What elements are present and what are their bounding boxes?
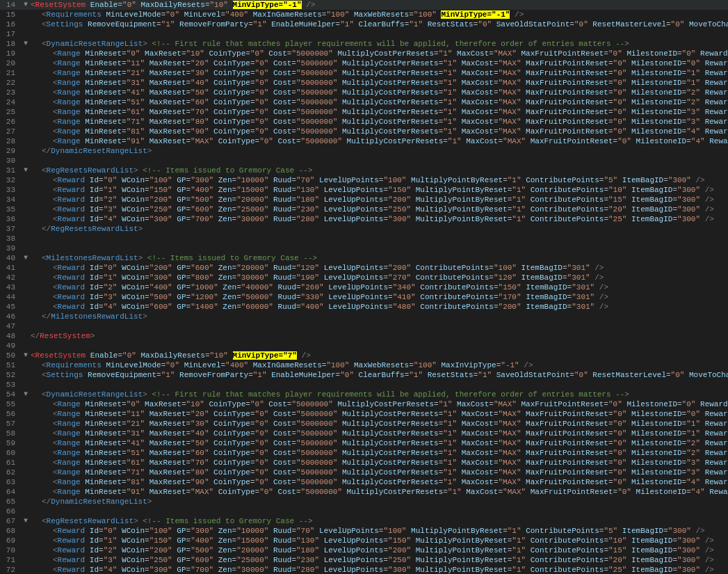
line-number: 67: [0, 516, 21, 526]
line-number: 44: [0, 292, 21, 302]
code-content: <Range MinReset="51" MaxReset="60" CoinT…: [31, 448, 728, 458]
collapse-btn[interactable]: ▼: [21, 390, 31, 399]
code-content: [31, 341, 35, 351]
code-content: <MilestonesRewardList> <!-- Items issued…: [31, 253, 317, 263]
line-53: 53: [0, 380, 728, 390]
code-content: <Reward Id="4" WCoin="300" GP="700" Zen=…: [31, 565, 714, 574]
line-19: 19 <Range MinReset="0" MaxReset="10" Coi…: [0, 49, 728, 58]
code-content: <Reward Id="2" WCoin="200" GP="500" Zen=…: [31, 195, 714, 205]
line-number: 30: [0, 156, 21, 166]
collapse-btn: [21, 146, 31, 156]
code-content: <Range MinReset="61" MaxReset="70" CoinT…: [31, 458, 728, 468]
code-content: <Settings RemoveEquipment="1" RemoveFrom…: [31, 19, 728, 29]
collapse-btn: [21, 244, 31, 253]
line-number: 36: [0, 214, 21, 224]
collapse-btn: [21, 58, 31, 68]
line-72: 72 <Reward Id="4" WCoin="300" GP="700" Z…: [0, 565, 728, 574]
collapse-btn[interactable]: ▼: [21, 166, 31, 175]
line-number: 63: [0, 477, 21, 487]
collapse-btn: [21, 195, 31, 205]
collapse-btn[interactable]: ▼: [21, 39, 31, 49]
code-content: <DynamicResetRangeList> <!-- First rule …: [31, 390, 629, 399]
collapse-btn: [21, 136, 31, 146]
line-number: 65: [0, 497, 21, 507]
code-content: <Range MinReset="0" MaxReset="10" CoinTy…: [31, 399, 728, 409]
line-number: 22: [0, 78, 21, 88]
line-number: 51: [0, 360, 21, 370]
line-43: 43 <Reward Id="2" WCoin="400" GP="1000" …: [0, 282, 728, 292]
code-content: <Range MinReset="41" MaxReset="50" CoinT…: [31, 88, 728, 97]
line-68: 68 <Reward Id="0" WCoin="100" GP="300" Z…: [0, 526, 728, 536]
line-69: 69 <Reward Id="1" WCoin="150" GP="400" Z…: [0, 536, 728, 545]
collapse-btn: [21, 68, 31, 78]
line-65: 65 </DynamicResetRangeList>: [0, 497, 728, 507]
line-14: 14 ▼ <ResetSystem Enable="0" MaxDailyRes…: [0, 0, 728, 10]
line-38: 38: [0, 234, 728, 244]
collapse-btn: [21, 370, 31, 380]
line-44: 44 <Reward Id="3" WCoin="500" GP="1200" …: [0, 292, 728, 302]
code-content: [31, 156, 35, 166]
collapse-btn: [21, 117, 31, 127]
collapse-btn[interactable]: ▼: [21, 351, 31, 360]
code-content: <ResetSystem Enable="0" MaxDailyResets="…: [31, 0, 315, 10]
code-content: [31, 29, 35, 39]
collapse-btn: [21, 419, 31, 429]
collapse-btn: [21, 429, 31, 438]
collapse-btn[interactable]: ▼: [21, 516, 31, 526]
line-60: 60 <Range MinReset="51" MaxReset="60" Co…: [0, 448, 728, 458]
collapse-btn: [21, 185, 31, 195]
line-20: 20 <Range MinReset="11" MaxReset="20" Co…: [0, 58, 728, 68]
collapse-btn: [21, 565, 31, 574]
collapse-btn: [21, 487, 31, 497]
line-61: 61 <Range MinReset="61" MaxReset="70" Co…: [0, 458, 728, 468]
line-number: 26: [0, 117, 21, 127]
collapse-btn: [21, 331, 31, 341]
code-content: <Reward Id="1" WCoin="300" GP="800" Zen=…: [31, 273, 604, 282]
line-number: 53: [0, 380, 21, 390]
line-25: 25 <Range MinReset="61" MaxReset="70" Co…: [0, 107, 728, 117]
line-number: 19: [0, 49, 21, 58]
collapse-btn[interactable]: ▼: [21, 0, 31, 10]
line-number: 72: [0, 565, 21, 574]
line-62: 62 <Range MinReset="71" MaxReset="80" Co…: [0, 468, 728, 477]
line-16: 16 <Settings RemoveEquipment="1" RemoveF…: [0, 19, 728, 29]
line-number: 69: [0, 536, 21, 545]
line-number: 34: [0, 195, 21, 205]
line-15: 15 <Requirements MinLevelMode="0" MinLev…: [0, 10, 728, 19]
collapse-btn: [21, 234, 31, 244]
code-content: <Reward Id="1" WCoin="150" GP="400" Zen=…: [31, 536, 714, 545]
line-22: 22 <Range MinReset="31" MaxReset="40" Co…: [0, 78, 728, 88]
collapse-btn: [21, 341, 31, 351]
line-number: 39: [0, 244, 21, 253]
line-number: 41: [0, 263, 21, 273]
code-content: </MilestonesRewardList>: [31, 312, 147, 321]
line-56: 56 <Range MinReset="11" MaxReset="20" Co…: [0, 409, 728, 419]
line-39: 39: [0, 244, 728, 253]
code-content: <Range MinReset="91" MaxReset="MAX" Coin…: [31, 487, 728, 497]
line-number: 21: [0, 68, 21, 78]
collapse-btn: [21, 273, 31, 282]
code-content: <Reward Id="0" WCoin="100" GP="300" Zen=…: [31, 175, 705, 185]
collapse-btn: [21, 312, 31, 321]
collapse-btn: [21, 360, 31, 370]
code-content: <Requirements MinLevelMode="0" MinLevel=…: [31, 360, 533, 370]
code-content: <Range MinReset="0" MaxReset="10" CoinTy…: [31, 49, 728, 58]
line-number: 48: [0, 331, 21, 341]
code-content: <RegResetsRewardList> <!-- Items issued …: [31, 166, 313, 175]
line-number: 18: [0, 39, 21, 49]
line-71: 71 <Reward Id="3" WCoin="250" GP="600" Z…: [0, 555, 728, 565]
collapse-btn: [21, 205, 31, 214]
collapse-btn: [21, 526, 31, 536]
code-content: <Range MinReset="61" MaxReset="70" CoinT…: [31, 107, 728, 117]
code-content: <Reward Id="0" WCoin="100" GP="300" Zen=…: [31, 526, 705, 536]
line-number: 33: [0, 185, 21, 195]
collapse-btn[interactable]: ▼: [21, 253, 31, 263]
collapse-btn: [21, 175, 31, 185]
line-number: 61: [0, 458, 21, 468]
line-number: 15: [0, 10, 21, 19]
collapse-btn: [21, 380, 31, 390]
code-content: </ResetSystem>: [31, 331, 95, 341]
line-34: 34 <Reward Id="2" WCoin="200" GP="500" Z…: [0, 195, 728, 205]
line-49: 49: [0, 341, 728, 351]
line-37: 37 </RegResetsRewardList>: [0, 224, 728, 234]
